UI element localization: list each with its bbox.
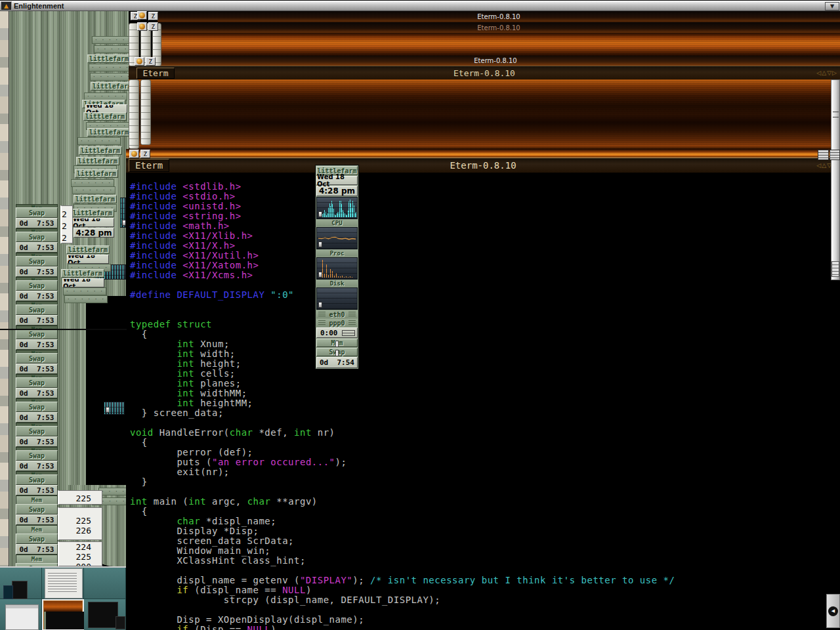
monitor-window[interactable]: MemSwap0d 7:53	[16, 555, 58, 566]
wm-title: Enlightenment	[14, 2, 64, 10]
shaded-window-lf[interactable]: littlefarm	[79, 146, 122, 155]
pager-desktop-4-current[interactable]	[42, 599, 84, 630]
cpu-sparkline	[322, 199, 356, 217]
window-shade-button[interactable]: Z	[146, 57, 156, 66]
timer-value: 0:00	[317, 329, 342, 337]
shaded-window-time[interactable]: 4:28 pm	[74, 228, 114, 238]
monitor-window[interactable]: MemSwap0d 7:53	[16, 447, 58, 471]
shaded-window-dots[interactable]: · · · · · ·	[63, 287, 106, 295]
titlebar-corner-icon[interactable]: ▼	[825, 2, 839, 10]
monitor-window[interactable]: MemSwap0d 7:53	[16, 228, 58, 253]
eterm-titlebar[interactable]: Eterm Eterm-0.8.10 ◁△▽▷	[129, 66, 840, 79]
system-monitor-dock[interactable]: littlefarm Wed 18 Oct 4:28 pm CPU Proc D…	[315, 165, 359, 369]
shaded-window-dots[interactable]: · · · · · ·	[72, 186, 116, 194]
shaded-window-lf[interactable]: littlefarm	[61, 269, 104, 278]
eterm-top-border[interactable]	[126, 149, 840, 158]
shaded-window-lf[interactable]: littlefarm	[71, 209, 114, 217]
window-border-strip[interactable]	[140, 79, 151, 145]
monitor-window[interactable]: MemSwap0d 7:53	[16, 301, 58, 326]
monitor-window[interactable]: MemSwap0d 7:53	[16, 350, 58, 374]
eterm-tab[interactable]: Eterm	[136, 68, 175, 79]
monitor-window[interactable]: MemSwap0d 7:53	[16, 374, 58, 398]
shaded-window-lf[interactable]: littlefarm	[87, 128, 131, 136]
shaded-window-lf[interactable]: littlefarm	[91, 82, 134, 91]
shaded-window-lf[interactable]: littlefarm	[87, 54, 131, 63]
counter-window[interactable]: 225	[58, 490, 102, 505]
wm-titlebar[interactable]: ▲ Enlightenment ▼	[0, 1, 840, 11]
desktop-pager[interactable]	[0, 566, 126, 629]
swap-bar: Swap	[16, 402, 58, 412]
monitor-window[interactable]: MemSwap0d 7:53	[16, 495, 58, 525]
shaded-window-dots[interactable]: · · · · · ·	[77, 137, 121, 145]
shaded-window-lf[interactable]: littlefarm	[75, 169, 118, 178]
terminal-content[interactable]: #include <stdlib.h>#include <stdio.h>#in…	[126, 173, 840, 630]
monitor-window[interactable]: MemSwap0d 7:53	[16, 204, 58, 228]
shaded-window-lf[interactable]: littlefarm	[66, 245, 110, 254]
scrollbar[interactable]	[831, 79, 840, 280]
pager-desktop-1[interactable]	[42, 568, 84, 599]
eterm-titlebar[interactable]: Eterm-0.8.10	[158, 11, 840, 22]
uptime-display: 0d 7:53	[16, 461, 58, 471]
dial-button[interactable]	[342, 330, 355, 336]
window-menu-button[interactable]	[135, 57, 144, 66]
monitor-window[interactable]: MemSwap0d 7:53	[16, 471, 58, 495]
shaded-window-dots[interactable]: · · · · · ·	[64, 295, 108, 303]
shaded-window-date[interactable]: Wed 18 Oct	[72, 218, 114, 227]
shaded-window-graph[interactable]	[120, 198, 126, 228]
proc-graph[interactable]	[316, 227, 358, 249]
scrollbar-tick	[833, 112, 839, 112]
counter-window[interactable]: 224225000	[58, 541, 102, 566]
swap-bar: Swap	[16, 504, 58, 514]
swap-bar: Swap	[16, 534, 58, 544]
counter-window[interactable]: 222	[60, 205, 73, 243]
window-shade-button[interactable]: Z	[148, 12, 158, 20]
window-border-strip[interactable]	[129, 79, 139, 149]
window-menu-button[interactable]	[129, 150, 139, 158]
shaded-window-date[interactable]: Wed 18 Oct	[67, 255, 109, 264]
pager-desktop-3[interactable]	[0, 599, 42, 630]
titlebar-corner-controls[interactable]: ◁△▽▷	[816, 70, 837, 76]
counter-window[interactable]: 225226	[58, 507, 102, 540]
pager-desktop-0[interactable]	[0, 568, 42, 599]
window-edge-line	[0, 329, 127, 330]
shaded-window-lf[interactable]: littlefarm	[76, 157, 119, 165]
pager-desktop-2[interactable]	[84, 568, 126, 599]
shaded-window-date[interactable]: Wed 18 Oct	[62, 278, 104, 287]
eterm-tab[interactable]: Eterm	[129, 159, 169, 172]
cpu-graph[interactable]	[316, 197, 358, 219]
window-title: Eterm-0.8.10	[477, 24, 520, 32]
monitor-window[interactable]: MemSwap0d 7:53	[16, 423, 58, 447]
left-window-edge[interactable]	[0, 11, 9, 566]
eterm-window-content[interactable]	[158, 33, 840, 56]
slideout-handle[interactable]: ◀	[826, 594, 840, 628]
shaded-window-graph[interactable]	[104, 402, 125, 415]
window-shade-button[interactable]: Z	[148, 22, 158, 31]
shaded-window-dots[interactable]: · · · · · ·	[89, 64, 132, 72]
network-graph[interactable]	[316, 287, 358, 310]
window-title: Eterm-0.8.10	[453, 68, 515, 78]
scrollbar-anchor[interactable]	[818, 150, 829, 160]
monitor-window[interactable]: MemSwap0d 7:53	[16, 277, 58, 301]
scrollbar-anchor[interactable]	[830, 150, 840, 160]
scrollbar-thumb[interactable]	[831, 261, 839, 277]
shaded-window-lf[interactable]: littlefarm	[74, 195, 117, 203]
window-menu-button[interactable]	[137, 22, 147, 31]
monitor-window[interactable]: MemSwap0d 7:53	[16, 253, 58, 277]
monitor-window[interactable]: MemSwap0d 7:53	[16, 398, 58, 423]
date-display: Wed 18 Oct	[316, 176, 358, 185]
slideout-arrow-icon[interactable]: ◀	[828, 606, 838, 616]
shaded-window-lf[interactable]: littlefarm	[83, 112, 127, 121]
pager-desktop-5[interactable]	[84, 599, 126, 630]
eterm-titlebar[interactable]: Eterm-0.8.10	[151, 56, 840, 66]
disk-graph[interactable]	[316, 257, 358, 280]
eterm-main-titlebar[interactable]: Eterm Eterm-0.8.10 ◁△▽▷	[126, 158, 840, 173]
window-menu-button[interactable]	[137, 11, 147, 20]
monitor-window[interactable]: MemSwap0d 7:53	[16, 525, 58, 555]
eterm-titlebar[interactable]: Eterm-0.8.10	[158, 22, 840, 33]
ppp-timer[interactable]: 0:00	[316, 327, 358, 338]
window-shade-button[interactable]: Z	[140, 150, 150, 158]
swap-bar: Swap	[16, 256, 58, 266]
eterm-window-content[interactable]	[129, 79, 840, 149]
monitor-window-stack[interactable]: MemSwap0d 7:53MemSwap0d 7:53MemSwap0d 7:…	[16, 204, 59, 566]
shaded-window-dots[interactable]: · · · · · ·	[90, 73, 133, 81]
